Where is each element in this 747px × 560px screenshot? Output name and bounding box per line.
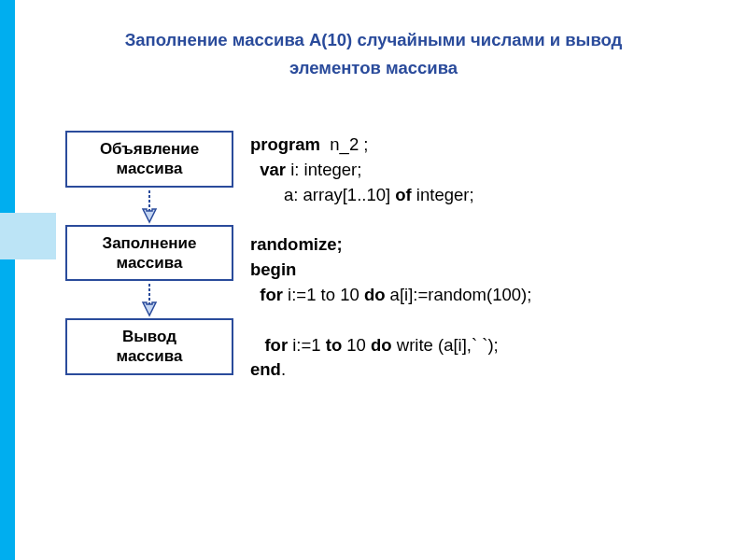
kw-begin: begin (250, 259, 296, 279)
slide-title: Заполнение массива A(10) случайными числ… (28, 26, 719, 81)
kw-of: of (395, 185, 411, 204)
kw-program: program (250, 134, 320, 154)
box-line: массива (117, 347, 183, 365)
code-text: write (a[i],` `); (392, 335, 499, 355)
code-text: n_2 ; (320, 134, 368, 154)
svg-marker-3 (143, 302, 156, 315)
code-block: program n_2 ; var i: integer; a: array[1… (250, 133, 531, 383)
code-text: integer; (412, 185, 474, 204)
title-line2: элементов массива (28, 54, 719, 82)
flowchart: Объявление массива Заполнение массива Вы… (65, 131, 233, 375)
box-line: Заполнение (102, 234, 196, 252)
title-line1: Заполнение массива A(10) случайными числ… (125, 30, 623, 49)
box-line: Вывод (122, 328, 176, 345)
arrow-down-icon (65, 188, 233, 225)
kw-end: end (250, 359, 281, 379)
kw-do: do (364, 285, 386, 304)
kw-var: var (250, 160, 286, 179)
left-accent-block (0, 213, 56, 259)
box-fill-array: Заполнение массива (65, 225, 233, 282)
arrow-down-icon (65, 281, 233, 318)
code-text: . (281, 359, 286, 379)
box-line: массива (117, 160, 183, 177)
box-output-array: Вывод массива (65, 318, 233, 375)
box-line: массива (117, 254, 183, 272)
code-text: 10 (342, 335, 371, 355)
box-line: Объявление (100, 140, 199, 158)
code-text: i: integer; (286, 160, 361, 179)
code-text: a: array[1..10] (250, 185, 395, 204)
kw-to: to (326, 335, 342, 355)
code-text: a[i]:=random(100); (385, 285, 531, 304)
kw-do: do (371, 335, 392, 355)
kw-for: for (250, 335, 288, 355)
code-text: i:=1 to 10 (283, 285, 364, 304)
code-text: i:=1 (288, 335, 326, 355)
box-declare-array: Объявление массива (65, 131, 233, 188)
kw-for: for (250, 285, 283, 304)
kw-randomize: randomize; (250, 234, 343, 254)
left-stripe (0, 0, 15, 560)
svg-marker-1 (143, 209, 156, 222)
